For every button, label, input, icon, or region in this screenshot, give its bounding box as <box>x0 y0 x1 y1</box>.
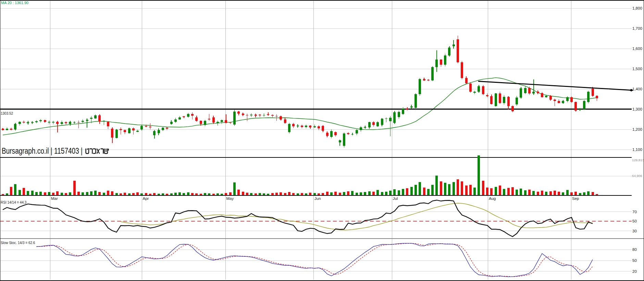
svg-text:Sep: Sep <box>572 196 579 201</box>
svg-text:May: May <box>226 196 234 201</box>
svg-text:Jul: Jul <box>393 196 398 201</box>
svg-text:Mar: Mar <box>51 196 58 201</box>
svg-text:Apr: Apr <box>143 196 149 201</box>
svg-text:20: 20 <box>632 269 637 273</box>
svg-text:1,100: 1,100 <box>632 148 642 152</box>
svg-text:1,700: 1,700 <box>632 26 642 30</box>
svg-text:80: 80 <box>632 247 637 252</box>
svg-text:70: 70 <box>632 210 637 214</box>
svg-text:50: 50 <box>632 258 637 263</box>
svg-text:30: 30 <box>632 229 637 233</box>
svg-text:RSI 14/14 = 44.3: RSI 14/14 = 44.3 <box>1 201 27 204</box>
svg-text:50: 50 <box>632 219 637 223</box>
svg-text:1,600: 1,600 <box>632 47 642 51</box>
svg-text:1303.52: 1303.52 <box>1 112 13 115</box>
svg-text:1,400: 1,400 <box>632 87 642 91</box>
svg-text:Bursagraph.co.il | 1157403 |: Bursagraph.co.il | 1157403 | <box>2 146 83 155</box>
svg-text:1,800: 1,800 <box>632 6 642 10</box>
svg-text:MA 20 : 1361.90: MA 20 : 1361.90 <box>1 1 28 5</box>
svg-text:64,906: 64,906 <box>632 174 642 178</box>
svg-text:129,813: 129,813 <box>632 158 644 162</box>
svg-text:1,500: 1,500 <box>632 67 642 71</box>
svg-text:Jun: Jun <box>314 196 321 201</box>
svg-text:Slow Stoc. 14/3 = 62.6: Slow Stoc. 14/3 = 62.6 <box>1 241 35 245</box>
svg-text:Aug: Aug <box>489 196 496 201</box>
svg-text:1,200: 1,200 <box>632 127 642 131</box>
svg-text:1,300: 1,300 <box>632 107 642 111</box>
